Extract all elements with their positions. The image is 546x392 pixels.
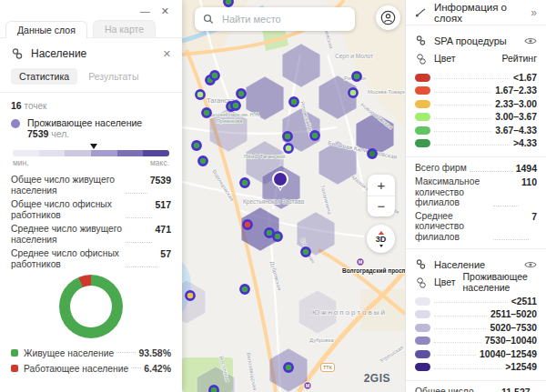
- population-donut-chart: [59, 275, 123, 338]
- map-marker[interactable]: [273, 232, 281, 240]
- tab-layer-data[interactable]: Данные слоя: [5, 21, 87, 38]
- donut-legend: Живущее население 93.58% Работающее насе…: [11, 347, 171, 374]
- map-marker[interactable]: [284, 363, 292, 371]
- legend-class-row: >4.33: [415, 137, 537, 151]
- account-button[interactable]: [376, 5, 400, 30]
- subtab-statistics[interactable]: Статистика: [11, 68, 77, 85]
- visibility-eye-icon[interactable]: [524, 36, 537, 45]
- app-window: — ✕ Данные слоя На карте Население ✕ Ста…: [0, 0, 546, 392]
- series-color-dot: [11, 119, 20, 128]
- view-3d-button[interactable]: 3D: [367, 225, 395, 253]
- hex-grid-icon: [415, 53, 427, 65]
- legend-class-row: 5020–7530: [415, 321, 537, 335]
- tab-on-map[interactable]: На карте: [93, 20, 156, 37]
- stat-row: Среднее число живущего населения471: [11, 224, 171, 245]
- map-marker[interactable]: [210, 71, 218, 79]
- map-marker[interactable]: [283, 132, 291, 140]
- compass-north-icon: [379, 231, 384, 235]
- zoom-in-button[interactable]: +: [368, 175, 395, 196]
- legend-class-row: 2.33–3.00: [415, 97, 537, 111]
- map-marker[interactable]: [231, 101, 239, 109]
- map-marker[interactable]: [240, 178, 248, 186]
- map-marker[interactable]: [196, 90, 204, 98]
- map-label: Москва-Товарная: [368, 89, 405, 95]
- points-count: 16 точек: [11, 100, 171, 111]
- map-marker[interactable]: [284, 144, 292, 152]
- scale-min-label: мин.: [13, 158, 29, 167]
- legend-class-row: >12549: [415, 361, 537, 375]
- spa-legend: <1.67 1.67–2.33 2.33–3.00 3.00–3.67 3.67…: [415, 71, 537, 150]
- donut-legend-row: Живущее население 93.58%: [11, 347, 171, 358]
- legend-class-row: 1.67–2.33: [415, 85, 537, 98]
- class-swatch: [415, 74, 430, 82]
- spa-statistics: Всего фирм1494 Максимальное количество ф…: [415, 163, 537, 242]
- map-provider-logo[interactable]: 2GIS: [364, 372, 390, 385]
- map-label: Крестьянская Застава: [243, 198, 305, 206]
- map-label: Прямикова: [217, 118, 243, 124]
- spa-color-row: Цвет Рейтинг: [415, 51, 537, 65]
- layers-info-header: Информация о слоях »: [406, 0, 546, 25]
- map-marker[interactable]: [224, 0, 232, 6]
- class-swatch: [415, 86, 430, 95]
- stat-row: Среднее количество филиалов7: [415, 211, 537, 243]
- value-scale: [13, 150, 169, 156]
- user-icon: [380, 10, 396, 25]
- map-marker[interactable]: [240, 285, 248, 293]
- search-input[interactable]: [220, 13, 347, 25]
- class-swatch: [415, 100, 430, 108]
- map-marker[interactable]: [186, 291, 194, 299]
- route-icon: [415, 6, 427, 18]
- layers-info-panel: Информация о слоях » SPA процедуры Цвет …: [405, 0, 546, 392]
- series-value: 7539: [27, 128, 48, 139]
- map-marker[interactable]: [368, 149, 376, 157]
- series-name: Проживающее население: [27, 117, 142, 128]
- minimize-icon[interactable]: —: [140, 6, 150, 15]
- stat-row: Общее число живущего населения11 527 798: [415, 387, 537, 392]
- map-marker[interactable]: [243, 220, 251, 228]
- map-marker[interactable]: [209, 386, 217, 392]
- selected-pin[interactable]: [273, 172, 288, 186]
- legend-class-row: <1.67: [415, 71, 537, 85]
- stat-row: Максимальное количество филиалов110: [415, 176, 537, 208]
- zoom-out-button[interactable]: −: [368, 196, 395, 217]
- legend-class-row: <2511: [415, 295, 537, 308]
- population-color-row: Цвет Проживающее население: [415, 275, 537, 289]
- layer-data-panel: — ✕ Данные слоя На карте Население ✕ Ста…: [0, 0, 182, 392]
- map-canvas[interactable]: ТаганскаяДетский парк им. Н.Н.ПрямиковаП…: [182, 0, 405, 392]
- map-marker[interactable]: [349, 88, 357, 96]
- stat-row: Общее число офисных работников517: [11, 199, 171, 220]
- map-label: ПКиО Таганский: [244, 154, 285, 159]
- legend-class-row: 2511–5020: [415, 308, 537, 322]
- legend-class-row: 3.67–4.33: [415, 124, 537, 137]
- map-marker[interactable]: [237, 89, 245, 97]
- layer-header: Население ✕: [11, 47, 171, 60]
- divider: [0, 92, 182, 93]
- map-marker[interactable]: [198, 156, 207, 165]
- stat-row: Всего фирм1494: [415, 163, 537, 174]
- class-swatch: [415, 324, 430, 332]
- visibility-eye-icon[interactable]: [524, 260, 537, 269]
- map-label: Южнопортовый: [312, 308, 387, 317]
- compass-south-icon: [379, 245, 383, 247]
- map-marker[interactable]: [301, 247, 309, 256]
- map-marker[interactable]: [289, 97, 298, 106]
- class-swatch: [415, 113, 430, 121]
- class-swatch: [415, 126, 430, 135]
- map-search: [195, 7, 355, 31]
- search-icon: [203, 14, 214, 25]
- scale-marker[interactable]: [90, 144, 97, 149]
- road-badge: ТТК: [320, 363, 335, 372]
- subtab-results[interactable]: Результаты: [86, 68, 140, 85]
- map-marker[interactable]: [310, 131, 318, 139]
- map-marker[interactable]: [352, 72, 360, 80]
- collapse-panel-icon[interactable]: »: [531, 6, 537, 19]
- class-swatch: [415, 310, 430, 318]
- close-layer-icon[interactable]: ✕: [163, 48, 171, 60]
- window-controls: — ✕: [0, 0, 182, 18]
- map-label: Детский парк им. Н.Н.: [209, 112, 260, 117]
- map-marker[interactable]: [192, 141, 200, 149]
- map-marker[interactable]: [202, 108, 210, 116]
- metro-letter: М: [359, 259, 363, 265]
- close-window-icon[interactable]: ✕: [161, 6, 169, 15]
- points-layer-icon: [11, 47, 24, 60]
